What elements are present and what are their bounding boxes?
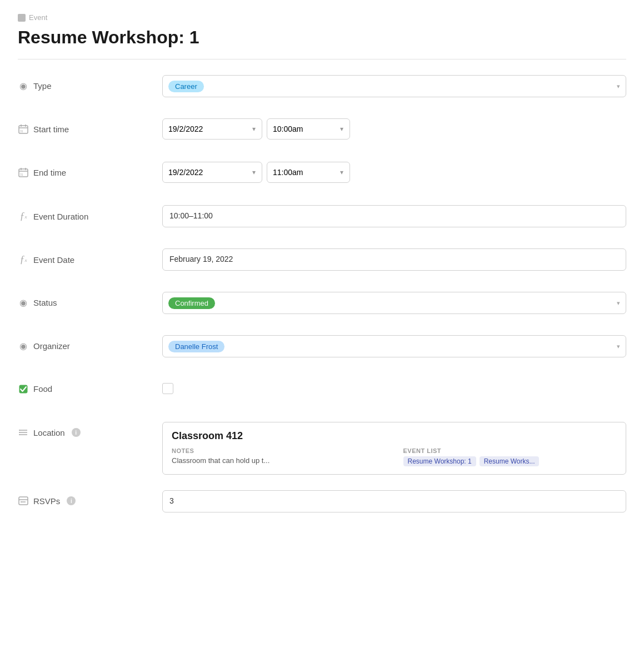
event-duration-label: ƒx Event Duration [18, 205, 162, 222]
organizer-chevron-icon: ▾ [617, 343, 620, 350]
start-time-select[interactable]: 10:00am [267, 118, 350, 140]
event-list-tags: Resume Workshop: 1 Resume Works... [403, 456, 617, 466]
food-field-content [162, 379, 626, 396]
start-time-calendar-icon: 31 [18, 124, 29, 134]
type-tag: Career [168, 81, 204, 92]
breadcrumb-icon [18, 14, 26, 22]
svg-text:31: 31 [20, 173, 23, 176]
event-date-row: ƒx Event Date February 19, 2022 [18, 248, 626, 276]
location-event-list-col: EVENT LIST Resume Workshop: 1 Resume Wor… [403, 447, 617, 466]
event-date-value: February 19, 2022 [162, 248, 626, 271]
location-event-list-label: EVENT LIST [403, 447, 617, 454]
status-tag: Confirmed [168, 297, 215, 309]
rsvps-value: 3 [162, 490, 626, 512]
rsvps-info-icon: i [67, 496, 76, 505]
location-meta: NOTES Classroom that can hold up t... EV… [172, 447, 617, 466]
svg-text:31: 31 [20, 130, 23, 133]
start-date-wrapper: 19/2/2022 ▾ [162, 118, 262, 140]
start-time-field-content: 19/2/2022 ▾ 10:00am ▾ [162, 118, 626, 140]
organizer-tag: Danelle Frost [168, 341, 224, 352]
end-date-select[interactable]: 19/2/2022 [162, 162, 262, 183]
location-notes-value: Classroom that can hold up t... [172, 456, 386, 465]
rsvps-field-content: 3 [162, 490, 626, 512]
location-list-icon [18, 427, 29, 437]
start-time-wrapper: 10:00am ▾ [267, 118, 350, 140]
location-row: Location i Classroom 412 NOTES Classroom… [18, 422, 626, 475]
end-time-row: 31 End time 19/2/2022 ▾ 11:00am ▾ [18, 162, 626, 190]
svg-rect-17 [19, 497, 28, 505]
location-field-content: Classroom 412 NOTES Classroom that can h… [162, 422, 626, 475]
food-checkbox[interactable] [162, 383, 173, 394]
type-row: ◉ Type Career ▾ [18, 75, 626, 103]
food-label: Food [18, 379, 162, 394]
end-time-select[interactable]: 11:00am [267, 162, 350, 183]
status-row: ◉ Status Confirmed ▾ [18, 292, 626, 320]
rsvps-row: RSVPs i 3 [18, 490, 626, 518]
event-date-label: ƒx Event Date [18, 248, 162, 266]
location-label: Location i [18, 422, 162, 437]
status-chevron-icon: ▾ [617, 300, 620, 307]
page-title: Resume Workshop: 1 [18, 27, 626, 48]
organizer-select[interactable]: Danelle Frost ▾ [162, 335, 626, 357]
event-date-field-content: February 19, 2022 [162, 248, 626, 271]
end-datetime-row: 19/2/2022 ▾ 11:00am ▾ [162, 162, 626, 183]
rsvps-icon [18, 496, 29, 506]
location-card[interactable]: Classroom 412 NOTES Classroom that can h… [162, 422, 626, 475]
organizer-row: ◉ Organizer Danelle Frost ▾ [18, 335, 626, 363]
end-time-label: 31 End time [18, 162, 162, 177]
event-list-item-1: Resume Workshop: 1 [403, 456, 476, 466]
start-time-row: 31 Start time 19/2/2022 ▾ 10:00am ▾ [18, 118, 626, 146]
start-date-select[interactable]: 19/2/2022 [162, 118, 262, 140]
organizer-field-content: Danelle Frost ▾ [162, 335, 626, 357]
type-chevron-icon: ▾ [617, 83, 620, 90]
rsvps-label: RSVPs i [18, 490, 162, 506]
location-name: Classroom 412 [172, 430, 617, 442]
end-time-calendar-icon: 31 [18, 167, 29, 177]
start-datetime-row: 19/2/2022 ▾ 10:00am ▾ [162, 118, 626, 140]
organizer-icon: ◉ [18, 341, 29, 351]
end-time-wrapper: 11:00am ▾ [267, 162, 350, 183]
status-field-content: Confirmed ▾ [162, 292, 626, 314]
event-date-formula-icon: ƒx [18, 254, 29, 266]
type-icon: ◉ [18, 81, 29, 91]
type-label: ◉ Type [18, 75, 162, 91]
divider [18, 59, 626, 59]
status-icon: ◉ [18, 297, 29, 308]
type-field-content: Career ▾ [162, 75, 626, 97]
organizer-label: ◉ Organizer [18, 335, 162, 351]
status-label: ◉ Status [18, 292, 162, 308]
event-list-item-2: Resume Works... [480, 456, 540, 466]
location-notes-label: NOTES [172, 447, 386, 454]
status-select[interactable]: Confirmed ▾ [162, 292, 626, 314]
location-info-icon: i [72, 428, 81, 437]
event-duration-value: 10:00–11:00 [162, 205, 626, 227]
event-duration-formula-icon: ƒx [18, 211, 29, 222]
end-date-wrapper: 19/2/2022 ▾ [162, 162, 262, 183]
breadcrumb-label: Event [29, 13, 47, 22]
event-duration-row: ƒx Event Duration 10:00–11:00 [18, 205, 626, 233]
start-time-label: 31 Start time [18, 118, 162, 134]
food-row: Food [18, 379, 626, 406]
location-notes-col: NOTES Classroom that can hold up t... [172, 447, 386, 466]
food-checkbox-icon [18, 385, 29, 394]
breadcrumb: Event [18, 13, 626, 22]
end-time-field-content: 19/2/2022 ▾ 11:00am ▾ [162, 162, 626, 183]
event-duration-field-content: 10:00–11:00 [162, 205, 626, 227]
type-select[interactable]: Career ▾ [162, 75, 626, 97]
